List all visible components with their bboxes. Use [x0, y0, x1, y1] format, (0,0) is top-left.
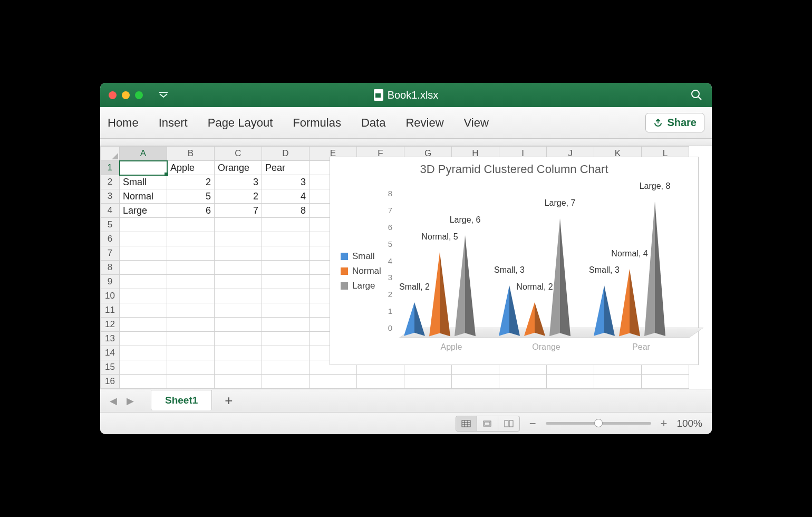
- ribbon-tab-home[interactable]: Home: [108, 116, 139, 130]
- cell-C4[interactable]: 7: [215, 204, 262, 218]
- cell-A5[interactable]: [120, 218, 167, 232]
- ribbon-tab-review[interactable]: Review: [405, 116, 443, 130]
- select-all-corner[interactable]: [101, 147, 120, 161]
- cell-L16[interactable]: [642, 375, 689, 389]
- cell-D16[interactable]: [262, 375, 310, 389]
- zoom-slider[interactable]: [546, 422, 651, 425]
- cell-K16[interactable]: [594, 375, 642, 389]
- cell-E16[interactable]: [310, 375, 357, 389]
- cell-B15[interactable]: [167, 360, 215, 375]
- ribbon-tab-view[interactable]: View: [464, 116, 489, 130]
- chart-object[interactable]: 3D Pyramid Clustered Column Chart SmallN…: [330, 157, 699, 365]
- cell-H16[interactable]: [452, 375, 499, 389]
- cell-B11[interactable]: [167, 303, 215, 318]
- cell-B2[interactable]: 2: [167, 175, 215, 189]
- cell-B6[interactable]: [167, 232, 215, 246]
- row-header-5[interactable]: 5: [101, 218, 120, 232]
- ribbon-tab-insert[interactable]: Insert: [159, 116, 188, 130]
- cell-A2[interactable]: Small: [120, 175, 167, 189]
- cell-C6[interactable]: [215, 232, 262, 246]
- cell-D11[interactable]: [262, 303, 310, 318]
- search-icon[interactable]: [691, 89, 702, 101]
- cell-A14[interactable]: [120, 346, 167, 360]
- cell-C9[interactable]: [215, 275, 262, 289]
- row-header-2[interactable]: 2: [101, 175, 120, 189]
- ribbon-tab-data[interactable]: Data: [361, 116, 385, 130]
- cell-A16[interactable]: [120, 375, 167, 389]
- ribbon-tab-formulas[interactable]: Formulas: [293, 116, 341, 130]
- cell-A6[interactable]: [120, 232, 167, 246]
- col-header-A[interactable]: A: [120, 147, 167, 161]
- cell-A13[interactable]: [120, 332, 167, 346]
- row-header-10[interactable]: 10: [101, 289, 120, 303]
- view-normal-button[interactable]: [456, 416, 477, 431]
- share-button[interactable]: Share: [645, 113, 704, 132]
- minimize-window-button[interactable]: [122, 91, 130, 99]
- row-header-13[interactable]: 13: [101, 332, 120, 346]
- zoom-level[interactable]: 100%: [676, 418, 702, 429]
- cell-D3[interactable]: 4: [262, 189, 310, 204]
- cell-A10[interactable]: [120, 289, 167, 303]
- sheet-nav-prev[interactable]: ◀: [107, 393, 120, 409]
- cell-C12[interactable]: [215, 318, 262, 332]
- cell-B7[interactable]: [167, 246, 215, 261]
- worksheet-area[interactable]: ABCDEFGHIJKL1AppleOrangePear2Small2333No…: [100, 146, 712, 389]
- cell-D9[interactable]: [262, 275, 310, 289]
- cell-A3[interactable]: Normal: [120, 189, 167, 204]
- cell-C15[interactable]: [215, 360, 262, 375]
- cell-I16[interactable]: [499, 375, 547, 389]
- cell-C7[interactable]: [215, 246, 262, 261]
- row-header-6[interactable]: 6: [101, 232, 120, 246]
- cell-A15[interactable]: [120, 360, 167, 375]
- cell-B8[interactable]: [167, 261, 215, 275]
- add-sheet-button[interactable]: +: [215, 392, 242, 409]
- cell-A4[interactable]: Large: [120, 204, 167, 218]
- row-header-3[interactable]: 3: [101, 189, 120, 204]
- row-header-8[interactable]: 8: [101, 261, 120, 275]
- row-header-9[interactable]: 9: [101, 275, 120, 289]
- cell-J16[interactable]: [547, 375, 594, 389]
- cell-D4[interactable]: 8: [262, 204, 310, 218]
- view-page-layout-button[interactable]: [477, 416, 498, 431]
- cell-B9[interactable]: [167, 275, 215, 289]
- quick-access-toolbar[interactable]: [159, 91, 168, 99]
- cell-D7[interactable]: [262, 246, 310, 261]
- zoom-in-button[interactable]: +: [659, 417, 670, 430]
- row-header-14[interactable]: 14: [101, 346, 120, 360]
- cell-A8[interactable]: [120, 261, 167, 275]
- maximize-window-button[interactable]: [135, 91, 143, 99]
- cell-C14[interactable]: [215, 346, 262, 360]
- cell-G16[interactable]: [404, 375, 452, 389]
- cell-A1[interactable]: [120, 161, 167, 175]
- cell-C1[interactable]: Orange: [215, 161, 262, 175]
- cell-F16[interactable]: [357, 375, 404, 389]
- row-header-15[interactable]: 15: [101, 360, 120, 375]
- cell-C16[interactable]: [215, 375, 262, 389]
- cell-C10[interactable]: [215, 289, 262, 303]
- cell-D5[interactable]: [262, 218, 310, 232]
- cell-B10[interactable]: [167, 289, 215, 303]
- cell-D15[interactable]: [262, 360, 310, 375]
- row-header-7[interactable]: 7: [101, 246, 120, 261]
- cell-D10[interactable]: [262, 289, 310, 303]
- cell-A9[interactable]: [120, 275, 167, 289]
- cell-A12[interactable]: [120, 318, 167, 332]
- row-header-4[interactable]: 4: [101, 204, 120, 218]
- cell-D6[interactable]: [262, 232, 310, 246]
- cell-C3[interactable]: 2: [215, 189, 262, 204]
- cell-B13[interactable]: [167, 332, 215, 346]
- col-header-C[interactable]: C: [215, 147, 262, 161]
- cell-D12[interactable]: [262, 318, 310, 332]
- col-header-B[interactable]: B: [167, 147, 215, 161]
- row-header-11[interactable]: 11: [101, 303, 120, 318]
- cell-D14[interactable]: [262, 346, 310, 360]
- row-header-12[interactable]: 12: [101, 318, 120, 332]
- cell-D2[interactable]: 3: [262, 175, 310, 189]
- cell-B12[interactable]: [167, 318, 215, 332]
- cell-B5[interactable]: [167, 218, 215, 232]
- cell-D1[interactable]: Pear: [262, 161, 310, 175]
- view-page-break-button[interactable]: [498, 416, 519, 431]
- row-header-16[interactable]: 16: [101, 375, 120, 389]
- cell-B16[interactable]: [167, 375, 215, 389]
- col-header-D[interactable]: D: [262, 147, 310, 161]
